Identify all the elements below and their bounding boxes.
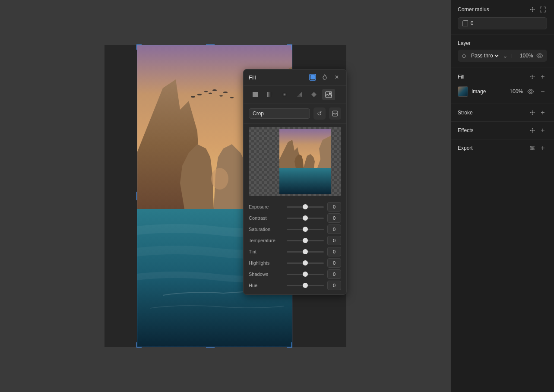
shadows-thumb[interactable] — [303, 272, 308, 277]
layer-opacity-input[interactable] — [516, 53, 533, 59]
effects-add-button[interactable] — [538, 126, 547, 135]
hue-track[interactable] — [287, 285, 324, 286]
corner-radius-header: Corner radius — [458, 5, 547, 14]
fill-type-buttons — [244, 85, 346, 104]
corner-radius-move-icon[interactable] — [528, 5, 537, 14]
svg-point-5 — [204, 91, 208, 92]
export-add-button[interactable] — [538, 144, 547, 152]
svg-rect-12 — [310, 75, 315, 79]
svg-point-24 — [530, 91, 532, 93]
fill-distribute-icon[interactable] — [528, 73, 537, 81]
stroke-icons — [528, 108, 547, 117]
svg-point-3 — [191, 96, 195, 98]
saturation-thumb[interactable] — [303, 227, 308, 232]
layer-drop-icon — [461, 53, 467, 59]
crop-handle-bottom-center[interactable] — [206, 342, 215, 348]
corner-radius-section: Corner radius 0 — [451, 0, 554, 35]
contrast-row: Contrast 0 — [249, 213, 341, 223]
exposure-value[interactable]: 0 — [327, 202, 341, 212]
contrast-label: Contrast — [249, 215, 283, 221]
crop-refresh-button[interactable] — [313, 107, 326, 120]
fill-image-label: Image — [472, 89, 506, 95]
crop-image-button[interactable] — [329, 107, 341, 120]
fill-type-image[interactable] — [322, 89, 335, 100]
stroke-add-button[interactable] — [538, 108, 547, 117]
fill-minus-button[interactable] — [538, 87, 547, 96]
exposure-label: Exposure — [249, 204, 283, 209]
corner-radius-icons — [528, 5, 547, 14]
crop-handle-bottom-left[interactable] — [136, 342, 142, 348]
export-icons — [528, 144, 547, 152]
crop-handle-middle-left[interactable] — [136, 192, 142, 200]
temperature-label: Temperature — [249, 238, 283, 243]
temperature-row: Temperature 0 — [249, 236, 341, 245]
stroke-distribute-icon[interactable] — [528, 108, 537, 117]
fill-title: Fill — [458, 74, 464, 80]
highlights-track[interactable] — [287, 262, 324, 264]
saturation-label: Saturation — [249, 227, 283, 232]
svg-point-30 — [531, 146, 532, 148]
temperature-thumb[interactable] — [303, 238, 308, 243]
effects-distribute-icon[interactable] — [528, 126, 537, 135]
preview-svg — [279, 129, 331, 194]
hue-value[interactable]: 0 — [327, 281, 341, 290]
svg-point-6 — [209, 93, 212, 94]
fill-eye-icon[interactable] — [526, 87, 535, 96]
layer-mode-select[interactable]: Pass thro Normal Multiply Screen Overlay — [469, 52, 500, 59]
corner-radius-expand-icon[interactable] — [538, 5, 547, 14]
tint-value[interactable]: 0 — [327, 247, 341, 256]
svg-point-22 — [538, 55, 541, 57]
fill-panel-drop-icon[interactable] — [320, 73, 329, 82]
contrast-track[interactable] — [287, 218, 324, 219]
contrast-thumb[interactable] — [303, 215, 308, 221]
highlights-thumb[interactable] — [303, 260, 308, 266]
temperature-track[interactable] — [287, 240, 324, 241]
crop-handle-top-left[interactable] — [136, 44, 142, 50]
svg-point-10 — [230, 97, 234, 98]
hue-thumb[interactable] — [303, 283, 308, 288]
image-preview-area — [249, 127, 341, 196]
fill-type-radial[interactable] — [278, 89, 291, 100]
fill-panel-close-button[interactable] — [332, 73, 341, 82]
svg-point-2 — [211, 168, 228, 190]
hue-label: Hue — [249, 283, 283, 288]
fill-image-row: Image 100% — [458, 85, 547, 98]
fill-float-panel: Fill — [243, 69, 347, 295]
shadows-value[interactable]: 0 — [327, 269, 341, 279]
fill-section: Fill Image 100% — [451, 67, 554, 104]
crop-handle-top-center[interactable] — [206, 44, 215, 50]
highlights-value[interactable]: 0 — [327, 258, 341, 268]
fill-add-button[interactable] — [538, 73, 547, 81]
svg-point-31 — [532, 148, 534, 149]
fill-type-solid[interactable] — [249, 89, 262, 100]
fill-type-gradient[interactable] — [263, 89, 276, 100]
fill-header: Fill — [458, 73, 547, 81]
exposure-thumb[interactable] — [303, 204, 308, 209]
temperature-value[interactable]: 0 — [327, 236, 341, 245]
exposure-row: Exposure 0 — [249, 202, 341, 212]
effects-section: Effects — [451, 122, 554, 139]
crop-handle-top-right[interactable] — [287, 44, 292, 50]
fill-thumbnail[interactable] — [458, 86, 468, 97]
tint-track[interactable] — [287, 251, 324, 253]
crop-row: Crop Fill Fit Stretch Tile — [244, 104, 346, 123]
corner-radius-field[interactable]: 0 — [471, 20, 542, 26]
export-settings-icon[interactable] — [528, 144, 537, 152]
saturation-track[interactable] — [287, 229, 324, 230]
exposure-track[interactable] — [287, 206, 324, 208]
shadows-track[interactable] — [287, 274, 324, 275]
fill-type-angular[interactable] — [293, 89, 306, 100]
fill-type-diamond[interactable] — [307, 89, 320, 100]
fill-panel-image-icon[interactable] — [308, 73, 317, 82]
crop-select[interactable]: Crop Fill Fit Stretch Tile — [249, 108, 310, 119]
hue-row: Hue 0 — [249, 281, 341, 290]
layer-header: Layer — [458, 40, 547, 46]
svg-point-21 — [532, 9, 533, 10]
sliders-section: Exposure 0 Contrast 0 Saturation 0 — [244, 199, 346, 294]
stroke-section: Stroke — [451, 104, 554, 122]
contrast-value[interactable]: 0 — [327, 213, 341, 223]
crop-handle-bottom-right[interactable] — [287, 342, 292, 348]
tint-thumb[interactable] — [303, 249, 308, 254]
saturation-value[interactable]: 0 — [327, 224, 341, 234]
layer-eye-icon[interactable] — [536, 51, 544, 60]
